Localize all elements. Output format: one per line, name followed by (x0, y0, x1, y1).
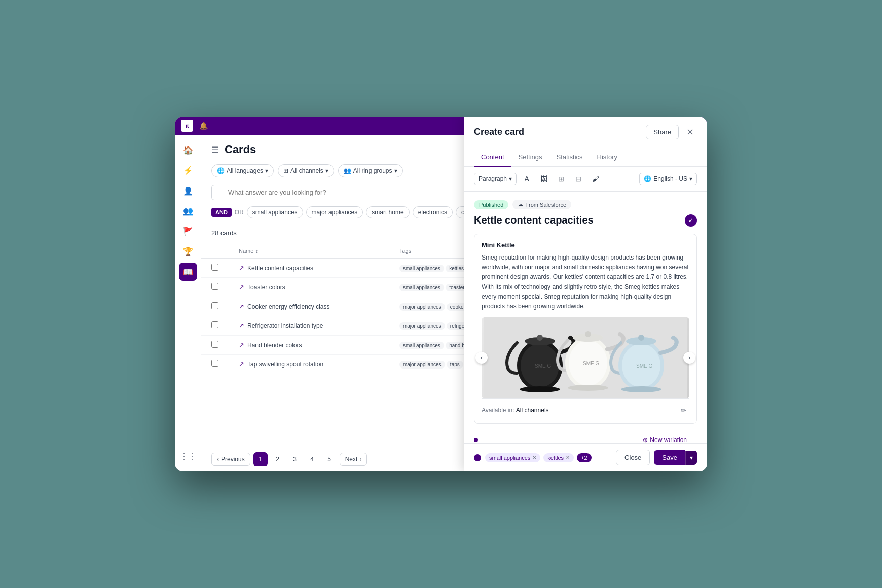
image-nav-right[interactable]: › (683, 352, 695, 364)
page-5-button[interactable]: 5 (322, 452, 337, 466)
channels-filter[interactable]: ⊞ All channels ▾ (278, 164, 334, 177)
card-content-title: Kettle content capacities (474, 214, 594, 226)
tag-small-appliances[interactable]: small appliances (247, 206, 303, 218)
sidebar-icon-flag[interactable]: 🚩 (179, 222, 197, 240)
salesforce-badge: ☁ From Salesforce (512, 200, 571, 209)
tab-content[interactable]: Content (474, 148, 511, 167)
page-4-button[interactable]: 4 (305, 452, 319, 466)
save-button[interactable]: Save ▾ (654, 450, 697, 465)
remove-tag-icon[interactable]: ✕ (532, 455, 536, 460)
sidebar: 🏠 ⚡ 👤 👥 🚩 🏆 📖 ⋮⋮ (175, 135, 201, 471)
modal-tabs: Content Settings Statistics History (464, 148, 707, 167)
share-button[interactable]: Share (646, 135, 679, 139)
text-color-button[interactable]: A (520, 172, 534, 186)
paragraph-button[interactable]: Paragraph ▾ (474, 173, 517, 185)
footer-tag-count[interactable]: +2 (577, 453, 592, 462)
save-main-button[interactable]: Save (654, 450, 685, 465)
svg-point-5 (520, 386, 560, 392)
row-icon: ↗ (239, 303, 244, 310)
sidebar-icon-users[interactable]: 👥 (179, 202, 197, 220)
svg-point-16 (638, 335, 644, 341)
language-filter[interactable]: 🌐 All languages ▾ (211, 164, 274, 177)
notification-bell[interactable]: 🔔 (199, 122, 208, 130)
tab-history[interactable]: History (590, 148, 624, 167)
chevron-down-icon: ▾ (325, 167, 328, 174)
modal-footer: small appliances ✕ kettles ✕ +2 Close (464, 443, 707, 471)
tag-electronics[interactable]: electronics (413, 206, 453, 218)
image-button[interactable]: 🖼 (537, 172, 551, 186)
row-name-text: Tap swivelling spout rotation (247, 361, 323, 368)
brush-button[interactable]: 🖌 (589, 172, 603, 186)
footer-tag-label: small appliances (489, 455, 530, 461)
row-name-text: Kettle content capacities (247, 265, 313, 272)
tab-statistics[interactable]: Statistics (549, 148, 590, 167)
chevron-left-icon: ‹ (217, 456, 219, 463)
tag-badge: major appliances (399, 303, 445, 311)
operator-or: OR (235, 209, 244, 216)
cloud-icon: ☁ (518, 201, 523, 208)
previous-button[interactable]: ‹ Previous (211, 453, 250, 466)
tag-smart-home[interactable]: smart home (366, 206, 409, 218)
footer-tag-kettles[interactable]: kettles ✕ (543, 453, 574, 462)
tab-settings[interactable]: Settings (511, 148, 549, 167)
save-dropdown-button[interactable]: ▾ (685, 451, 697, 465)
sidebar-icon-user[interactable]: 👤 (179, 181, 197, 200)
footer-tag-small-appliances[interactable]: small appliances ✕ (485, 453, 540, 462)
row-checkbox[interactable] (211, 302, 218, 309)
chevron-down-icon: ▾ (689, 175, 692, 182)
row-name-text: Toaster colors (247, 284, 285, 291)
ring-groups-filter[interactable]: 👥 All ring groups ▾ (338, 164, 403, 177)
operator-and-badge: AND (211, 208, 232, 217)
sidebar-icon-bolt[interactable]: ⚡ (179, 161, 197, 179)
card-title-row: Kettle content capacities ✓ (474, 214, 697, 227)
language-selector[interactable]: 🌐 English - US ▾ (639, 173, 697, 185)
tag-badge: taps (447, 361, 463, 369)
row-checkbox[interactable] (211, 341, 218, 348)
edit-available-button[interactable]: ✏ (677, 404, 689, 416)
svg-point-10 (585, 331, 591, 337)
svg-text:SME G: SME G (535, 363, 551, 369)
row-checkbox[interactable] (211, 264, 218, 271)
published-badge: Published (474, 200, 508, 209)
hamburger-menu[interactable]: ☰ (211, 145, 218, 155)
tag-badge: small appliances (399, 342, 444, 349)
new-variation-button[interactable]: ⊕ New variation (643, 436, 687, 443)
table-button[interactable]: ⊞ (554, 172, 568, 186)
remove-tag-icon[interactable]: ✕ (566, 455, 570, 460)
chevron-down-icon: ▾ (265, 167, 268, 174)
modal-toolbar: Paragraph ▾ A 🖼 ⊞ ⊟ 🖌 🌐 English - US (464, 167, 707, 192)
row-checkbox[interactable] (211, 321, 218, 328)
svg-text:SME G: SME G (583, 361, 599, 366)
page-3-button[interactable]: 3 (288, 452, 302, 466)
next-button[interactable]: Next › (340, 453, 368, 466)
row-icon: ↗ (239, 341, 244, 349)
close-button[interactable]: Close (616, 450, 650, 465)
close-modal-button[interactable]: ✕ (683, 135, 697, 139)
row-icon: ↗ (239, 264, 244, 272)
chevron-down-icon: ▾ (394, 167, 397, 174)
modal-header-actions: Share ✕ (646, 135, 697, 139)
row-icon: ↗ (239, 322, 244, 329)
chevron-down-icon: ▾ (509, 175, 512, 182)
variation-dots (474, 434, 478, 443)
grid-button[interactable]: ⊟ (571, 172, 585, 186)
tag-badge: major appliances (399, 361, 445, 369)
page-2-button[interactable]: 2 (271, 452, 285, 466)
tag-major-appliances[interactable]: major appliances (306, 206, 363, 218)
footer-actions: Close Save ▾ (616, 450, 697, 465)
plus-circle-icon: ⊕ (643, 436, 648, 443)
image-nav-left[interactable]: ‹ (475, 352, 488, 364)
sidebar-icon-book[interactable]: 📖 (179, 263, 197, 281)
sidebar-icon-trophy[interactable]: 🏆 (179, 242, 197, 261)
tag-badge: small appliances (399, 284, 444, 291)
variation-dot-1[interactable] (474, 438, 478, 442)
row-checkbox[interactable] (211, 360, 218, 367)
col-name: Name ↕ (229, 244, 389, 259)
modal-content: Published ☁ From Salesforce Kettle conte… (464, 192, 707, 443)
modal-header: Create card Share ✕ (464, 135, 707, 148)
row-checkbox[interactable] (211, 283, 218, 290)
sidebar-icon-grid[interactable]: ⋮⋮ (179, 447, 197, 465)
page-1-button[interactable]: 1 (253, 452, 268, 466)
footer-tag-label: kettles (547, 455, 564, 461)
sidebar-icon-home[interactable]: 🏠 (179, 141, 197, 159)
